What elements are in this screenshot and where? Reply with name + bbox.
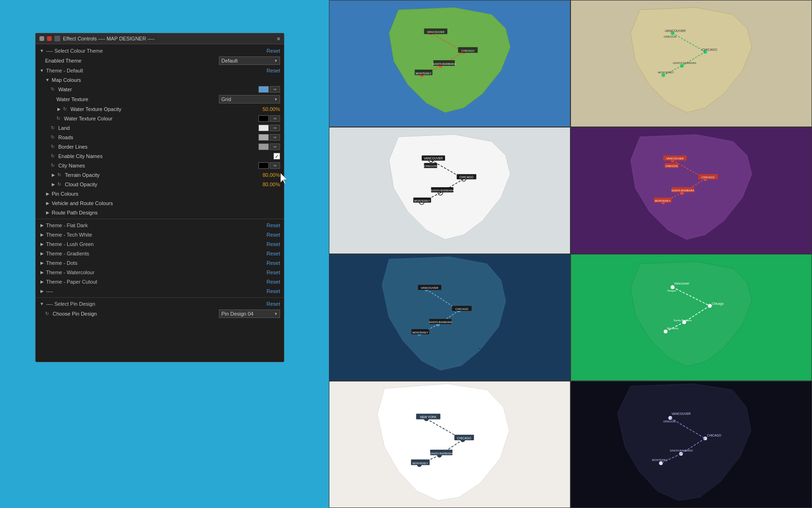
pin-colours-row[interactable]: Pin Colours <box>36 189 284 198</box>
terrain-opacity-arrow <box>51 173 55 177</box>
tech-white-reset[interactable]: Reset <box>266 232 280 238</box>
water-color-arrow[interactable] <box>270 86 280 93</box>
theme-default-reset[interactable]: Reset <box>266 68 280 73</box>
panel-red-icon[interactable] <box>47 36 52 41</box>
border-color-swatch[interactable] <box>258 143 269 150</box>
divider-2 <box>36 297 284 298</box>
roads-color-arrow[interactable] <box>270 134 280 141</box>
enabled-theme-dropdown[interactable]: Default <box>219 56 280 65</box>
lush-green-reset[interactable]: Reset <box>266 241 280 247</box>
choose-pin-dropdown[interactable]: Pin Design 04 <box>219 310 280 318</box>
city-names-row: ↻ City Names <box>36 161 284 170</box>
select-colour-theme-row[interactable]: ---- Select Colour Theme Reset <box>36 46 284 56</box>
cloud-opacity-arrow <box>51 182 55 187</box>
roads-color-swatch[interactable] <box>258 134 269 141</box>
pin-design-reset[interactable]: Reset <box>266 301 280 307</box>
svg-point-62 <box>708 304 712 308</box>
vehicle-route-row[interactable]: Vehicle and Route Colours <box>36 198 284 208</box>
paper-cutout-arrow <box>39 279 44 284</box>
water-texture-dropdown[interactable]: Grid <box>219 95 280 103</box>
choose-pin-cycle: ↻ <box>45 311 51 317</box>
theme-flat-dark-row[interactable]: Theme - Flat Dark Reset <box>36 221 284 230</box>
svg-text:SANTA BARBARA: SANTA BARBARA <box>433 63 456 65</box>
enable-city-cycle: ↻ <box>51 153 56 159</box>
divider-1 <box>36 219 284 219</box>
enable-city-names-checkbox[interactable] <box>273 153 280 159</box>
svg-text:-SANTA BARBARA: -SANTA BARBARA <box>672 62 696 64</box>
cloud-opacity-row[interactable]: ↻ Cloud Opacity 80.00% <box>36 180 284 189</box>
water-texture-colour-swatch[interactable] <box>258 115 269 122</box>
dots-reset[interactable]: Reset <box>266 260 280 266</box>
choose-pin-label: Choose Pin Design <box>53 311 219 317</box>
map-cell-3: VANCOUVER CHICAGO MONTEREY SANTA BARBARA… <box>329 127 570 254</box>
svg-text:SANTA BARBARA: SANTA BARBARA <box>430 452 453 455</box>
theme-extra-row[interactable]: ---- Reset <box>36 286 284 296</box>
border-lines-label: Border Lines <box>58 144 258 150</box>
svg-text:OREGON: OREGON <box>663 420 675 423</box>
map-colours-row[interactable]: Map Colours <box>36 75 284 85</box>
svg-text:VANCOUVER: VANCOUVER <box>427 31 445 33</box>
panel-menu-icon[interactable]: ≡ <box>277 36 280 41</box>
gradients-label: Theme - Gradients <box>46 251 265 256</box>
select-colour-theme-label: ---- Select Colour Theme <box>46 48 265 54</box>
city-names-label: City Names <box>58 163 258 168</box>
water-cycle-icon: ↻ <box>51 87 56 92</box>
theme-paper-cutout-row[interactable]: Theme - Paper Cutout Reset <box>36 277 284 286</box>
gradients-arrow <box>39 251 44 256</box>
map-cell-1: VANCOUVER CHICAGO MONTEREY SANTA BARBARA <box>329 0 570 127</box>
panel-header: Effect Controls ---- MAP DESIGNER ---- ≡ <box>36 33 284 44</box>
map-cell-7: NEW YORK CHICAGO MONTEREY SANTA BARBARA <box>329 381 570 508</box>
theme-tech-white-row[interactable]: Theme - Tech White Reset <box>36 230 284 239</box>
panel-close-icon[interactable] <box>39 36 44 41</box>
paper-cutout-reset[interactable]: Reset <box>266 279 280 285</box>
paper-cutout-label: Theme - Paper Cutout <box>46 279 265 285</box>
svg-text:CHICAGO: CHICAGO <box>457 437 471 440</box>
tech-white-label: Theme - Tech White <box>46 232 265 238</box>
theme-gradients-row[interactable]: Theme - Gradients Reset <box>36 249 284 258</box>
water-texture-colour-group <box>258 115 280 122</box>
cloud-cycle: ↻ <box>57 182 63 187</box>
effect-controls-panel: Effect Controls ---- MAP DESIGNER ---- ≡… <box>35 33 284 362</box>
pin-colours-arrow <box>45 191 50 196</box>
map-cell-4: VANCOUVER CHICAGO MONTEREY SANTA BARBARA… <box>570 127 812 254</box>
route-path-row[interactable]: Route Path Designs <box>36 208 284 217</box>
enabled-theme-row: Enabled Theme Default <box>36 56 284 66</box>
water-texture-row: Water Texture Grid <box>36 94 284 104</box>
theme-default-row[interactable]: Theme - Default Reset <box>36 66 284 75</box>
water-texture-colour-arrow[interactable] <box>270 115 280 122</box>
water-texture-opacity-row[interactable]: ↻ Water Texture Opacity 50.00% <box>36 104 284 114</box>
select-colour-theme-reset[interactable]: Reset <box>266 48 280 54</box>
theme-watercolour-row[interactable]: Theme - Watercolour Reset <box>36 268 284 277</box>
svg-text:SANTA BARBARA: SANTA BARBARA <box>671 189 695 192</box>
water-texture-opacity-cycle: ↻ <box>63 106 69 112</box>
land-color-arrow[interactable] <box>270 125 280 131</box>
choose-pin-design-row: ↻ Choose Pin Design Pin Design 04 <box>36 309 284 319</box>
svg-text:MONTEREY: MONTEREY <box>413 331 429 334</box>
map-colours-label: Map Colours <box>52 77 280 83</box>
svg-point-82 <box>668 416 672 420</box>
land-cycle-icon: ↻ <box>51 125 56 131</box>
border-color-arrow[interactable] <box>270 143 280 150</box>
map-cell-8: VANCOUVER CHICAGO MONTEREY SANTA BARBARA… <box>570 381 812 508</box>
theme-dots-row[interactable]: Theme - Dots Reset <box>36 258 284 268</box>
terrain-cycle: ↻ <box>57 172 63 178</box>
panel-lock-icon <box>55 36 60 41</box>
svg-text:Oregon: Oregon <box>667 289 676 292</box>
theme-lush-green-row[interactable]: Theme - Lush Green Reset <box>36 239 284 249</box>
water-color-swatch[interactable] <box>258 86 269 93</box>
extra-reset[interactable]: Reset <box>266 288 280 294</box>
svg-text:MONTEREY: MONTEREY <box>414 199 430 202</box>
city-names-swatch[interactable] <box>258 162 269 169</box>
dots-arrow <box>39 261 44 265</box>
city-names-arrow[interactable] <box>270 162 280 169</box>
land-row: ↻ Land <box>36 123 284 133</box>
select-pin-design-row[interactable]: ---- Select Pin Design Reset <box>36 299 284 309</box>
svg-point-84 <box>679 452 683 456</box>
flat-dark-reset[interactable]: Reset <box>266 222 280 228</box>
svg-point-83 <box>703 437 707 440</box>
enable-city-names-row: ↻ Enable City Names <box>36 151 284 161</box>
terrain-opacity-row[interactable]: ↻ Terrain Opacity 80.00% <box>36 170 284 180</box>
gradients-reset[interactable]: Reset <box>266 251 280 256</box>
land-color-swatch[interactable] <box>258 125 269 131</box>
watercolour-reset[interactable]: Reset <box>266 270 280 275</box>
